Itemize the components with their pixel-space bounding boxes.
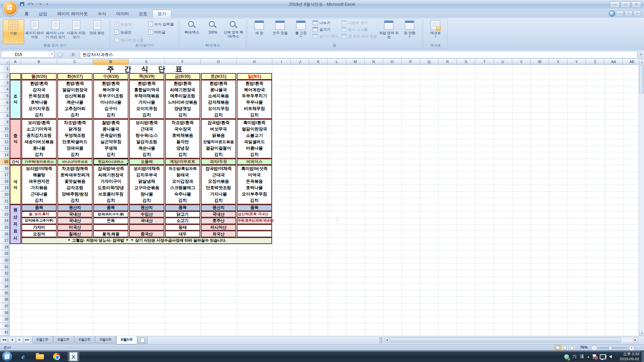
menu-item-cell[interactable]: 미역국: [237, 172, 271, 178]
column-header-M[interactable]: M: [346, 59, 365, 65]
row-header-40[interactable]: 40: [0, 323, 10, 329]
zoom-level-label[interactable]: 75%: [580, 345, 588, 349]
normal-view-button[interactable]: 기본: [3, 19, 24, 44]
menu-item-cell[interactable]: 소세지볶음: [202, 93, 235, 99]
row-header-7[interactable]: 7: [0, 106, 10, 113]
vertical-scrollbar[interactable]: ▲ ▼: [639, 59, 644, 336]
taskbar-clock[interactable]: 오후 3:33 2019-09-02: [620, 352, 639, 362]
menu-item-cell[interactable]: 해물탕: [22, 172, 56, 178]
origin-cell-r0c5[interactable]: 원산지: [201, 204, 236, 211]
menu-item-cell[interactable]: 비트채무침: [237, 106, 271, 112]
freeze-panes-button[interactable]: 틀 고정▾: [290, 19, 311, 44]
origin-cell-r0c6[interactable]: 품목: [237, 204, 272, 211]
menu-item-cell[interactable]: 김치: [166, 152, 200, 158]
menu-item-cell[interactable]: 북어계란국: [237, 87, 271, 93]
origin-cell-r1c1[interactable]: 국내산: [57, 211, 93, 218]
day-header-4[interactable]: 금(8/30): [165, 73, 200, 80]
macros-button[interactable]: 매크로▾: [425, 19, 446, 44]
menu-item-cell[interactable]: 돈육장조림: [22, 93, 56, 99]
menu-item-cell[interactable]: 소고기미역국: [22, 126, 56, 132]
snack-cell-4[interactable]: 케잌/야쿠르트: [165, 159, 200, 165]
menu-item-cell[interactable]: 김치: [166, 112, 200, 118]
column-header-T[interactable]: T: [475, 59, 494, 65]
zoom-slider[interactable]: [598, 348, 627, 348]
menu-item-cell[interactable]: 김치: [130, 112, 164, 118]
horizontal-scrollbar-thumb[interactable]: [390, 338, 621, 342]
menu-item-cell[interactable]: 김치: [237, 112, 271, 118]
row-header-6[interactable]: 6: [0, 99, 10, 106]
internet-explorer-icon[interactable]: e: [17, 352, 29, 361]
menu-item-cell[interactable]: 콩나물국: [94, 126, 128, 132]
menu-item-cell[interactable]: 새송이버섯볶음: [22, 139, 56, 145]
menu-item-cell[interactable]: 실곤약무침: [94, 139, 128, 145]
menu-item-cell[interactable]: 김치: [58, 152, 92, 158]
sheet-tab-8월1주[interactable]: 8월1주: [32, 336, 53, 344]
ribbon-tab-4[interactable]: 데이터: [111, 10, 134, 18]
row-header-8[interactable]: 8: [0, 113, 10, 119]
row-header-13[interactable]: 13: [0, 145, 10, 152]
column-header-G[interactable]: G: [201, 59, 236, 65]
close-button[interactable]: ×: [631, 1, 641, 8]
menu-item-cell[interactable]: 김치: [130, 197, 164, 204]
menu-item-cell[interactable]: 김치: [202, 197, 235, 204]
column-header-A[interactable]: A: [10, 59, 21, 65]
menu-item-cell[interactable]: 김치: [58, 197, 92, 204]
menu-item-cell[interactable]: 흑미밥/흰죽: [237, 120, 271, 126]
column-header-R[interactable]: R: [438, 59, 457, 65]
origin-cell-r2c3[interactable]: 국내산: [129, 218, 164, 224]
vertical-scrollbar-thumb[interactable]: [639, 65, 644, 94]
zoom-in-button[interactable]: +: [629, 345, 635, 351]
menu-item-cell[interactable]: 콩나물: [22, 145, 56, 152]
menu-item-cell[interactable]: 흰밥/흰죽: [22, 80, 56, 87]
column-header-AA[interactable]: AA: [604, 59, 623, 65]
origin-cell-r2c4[interactable]: 소고기: [165, 218, 200, 224]
day-header-2[interactable]: 수(8/28): [93, 73, 128, 80]
zoom-100-button[interactable]: 100%: [202, 19, 223, 44]
menu-item-cell[interactable]: 씨레기된장국: [94, 172, 128, 178]
menu-item-cell[interactable]: 감자채볶음: [202, 99, 235, 106]
snack-cell-1[interactable]: 바나나/야쿠르트: [57, 159, 93, 165]
origin-cell-r3c1[interactable]: 미국산: [57, 224, 93, 231]
menu-item-cell[interactable]: 흰밥/흰죽: [166, 80, 200, 87]
menu-item-cell[interactable]: 메추리알조림: [166, 93, 200, 99]
menu-item-cell[interactable]: 김치: [202, 152, 235, 158]
column-header-Q[interactable]: Q: [420, 59, 438, 65]
origin-cell-r1c6[interactable]: 섭산적(돈육:국내산: [237, 211, 272, 218]
origin-cell-r2c5[interactable]: 호주산: [201, 218, 236, 224]
zoom-out-button[interactable]: −: [591, 345, 597, 351]
row-header-29[interactable]: 29: [0, 250, 10, 257]
origin-cell-r3c2[interactable]: [93, 224, 128, 231]
menu-item-cell[interactable]: 잡곡밥/흰죽: [202, 120, 235, 126]
column-header-P[interactable]: P: [401, 59, 420, 65]
row-header-25[interactable]: 25: [0, 224, 10, 231]
minimize-button[interactable]: –: [610, 1, 620, 8]
menu-item-cell[interactable]: 김치: [202, 112, 235, 118]
ribbon-tab-1[interactable]: 삽입: [34, 10, 52, 18]
day-header-1[interactable]: 화(8/27): [57, 73, 93, 80]
menu-item-cell[interactable]: 무생채: [94, 145, 128, 152]
column-header-Y[interactable]: Y: [568, 59, 586, 65]
column-header-D[interactable]: D: [93, 59, 129, 65]
menu-item-cell[interactable]: 김구이: [94, 106, 128, 112]
menu-item-cell[interactable]: 비름나물: [237, 145, 271, 152]
menu-item-cell[interactable]: 알감자조림: [130, 139, 164, 145]
day-header-0[interactable]: 월(8/26): [21, 73, 57, 80]
menu-item-cell[interactable]: 양파피클: [58, 145, 92, 152]
row-header-37[interactable]: 37: [0, 303, 10, 310]
ribbon-tab-2[interactable]: 페이지 레이아웃: [52, 10, 93, 18]
menu-item-cell[interactable]: 홍합살미역국: [130, 87, 164, 93]
help-icon[interactable]: ?: [609, 10, 615, 17]
sheet-tab-8월3주[interactable]: 8월3주: [74, 336, 95, 344]
menu-item-cell[interactable]: 감자국: [22, 87, 56, 93]
workbook-restore-button[interactable]: □: [625, 11, 633, 16]
row-header-17[interactable]: 17: [0, 172, 10, 178]
tray-expand-icon[interactable]: ▲: [587, 355, 590, 358]
scroll-left-icon[interactable]: ◀: [384, 338, 389, 342]
day-header-5[interactable]: 토(8/31): [201, 73, 236, 80]
menu-item-cell[interactable]: 양념깻잎: [166, 106, 200, 112]
menu-item-cell[interactable]: 단호박엿조림: [202, 185, 235, 191]
menu-item-cell[interactable]: 깨순나물: [130, 145, 164, 152]
row-header-31[interactable]: 31: [0, 263, 10, 270]
select-all-corner[interactable]: [0, 59, 10, 65]
full-screen-button[interactable]: 전체 화면: [87, 19, 107, 44]
